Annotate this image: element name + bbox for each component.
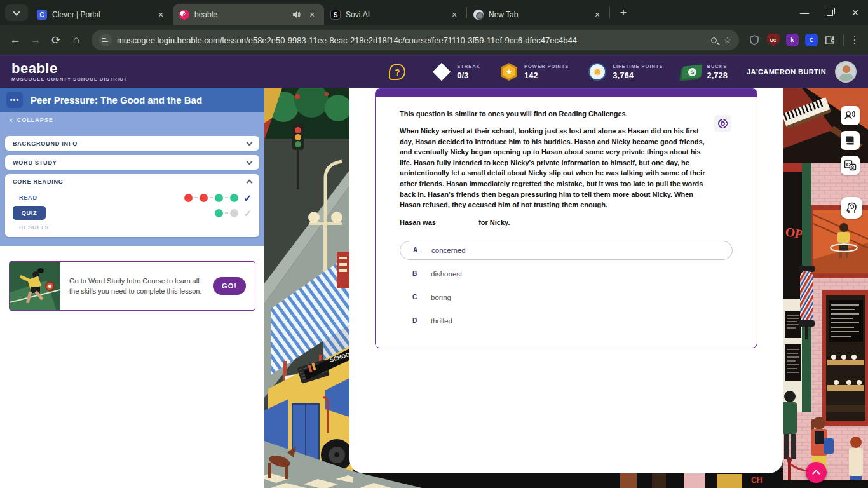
tab-close-icon[interactable]: × [449,9,460,20]
section-label: BACKGROUND INFO [13,140,78,147]
lesson-title-bar: ••• Peer Pressure: The Good and the Bad [0,88,264,112]
stat-value: 3,764 [613,71,663,80]
quiz-button[interactable]: QUIZ [13,206,46,220]
section-label: WORD STUDY [13,159,57,166]
avatar[interactable] [835,61,857,83]
tab-close-icon[interactable]: × [155,9,166,20]
accessibility-toolbar: G 文 [841,106,862,219]
progress-check: ✓ [243,208,252,218]
tab-audio-icon[interactable] [292,10,301,19]
lesson-sidebar: ••• Peer Pressure: The Good and the Bad … [0,88,264,488]
tab-sovi-ai[interactable]: S Sovi.AI × [324,4,466,25]
cash-icon: $ [681,64,702,79]
head-refresh-icon [844,201,858,215]
collapse-bar[interactable]: × COLLAPSE [0,112,264,128]
chevron-up-icon [247,179,253,186]
read-progress-dots [184,194,238,202]
option-d[interactable]: D thrilled [400,311,733,330]
option-text: dishonest [431,270,462,278]
toolbar-separator [843,34,844,46]
chevron-up-icon [812,470,820,478]
tab-close-icon[interactable]: × [592,9,603,20]
section-word-study: WORD STUDY [5,155,259,170]
user-name: JA'CAMERON BURTIN [747,68,826,76]
tab-search-button[interactable] [5,4,28,21]
section-header[interactable]: WORD STUDY [5,155,259,170]
tab-close-icon[interactable]: × [306,9,318,20]
window-minimize-button[interactable]: — [792,0,817,25]
extensions-row: UO k C [748,34,837,46]
answer-options: A concerned B dishonest C boring D thril… [400,241,733,330]
section-header[interactable]: BACKGROUND INFO [5,136,259,151]
bucks-stat: $ BUCKS 2,728 [682,62,728,81]
option-b[interactable]: B dishonest [400,264,733,283]
read-row: READ ✓ [13,190,252,205]
ublock-extension-icon[interactable]: UO [767,34,780,46]
option-a[interactable]: A concerned [400,241,733,260]
go-button[interactable]: GO! [213,277,246,295]
beable-header: beable MUSCOGEE COUNTY SCHOOL DISTRICT ?… [0,56,868,88]
site-info-icon[interactable] [99,34,112,46]
clever-favicon: C [37,10,47,20]
question-help-button[interactable] [714,115,731,132]
lesson-content-panel: This question is similar to ones you wil… [349,88,783,473]
forward-button[interactable]: → [25,30,46,50]
section-background-info: BACKGROUND INFO [5,136,259,151]
book-icon [844,135,856,146]
section-header[interactable]: CORE READING [5,174,259,189]
chevron-down-icon [247,139,253,146]
translate-button[interactable]: G 文 [841,156,860,175]
help-icon[interactable]: ? [389,64,405,80]
url-text: muscogee.login.beable.com/lesson/e58e2e5… [117,36,706,45]
simplify-text-button[interactable] [841,197,862,219]
stat-label: POWER POINTS [524,64,569,69]
tab-title: New Tab [489,10,587,19]
read-aloud-button[interactable] [841,106,860,125]
browser-menu-button[interactable]: ⋮ [846,34,863,46]
browser-toolbar: ← → ⟳ ⌂ muscogee.login.beable.com/lesson… [0,25,868,55]
option-text: thrilled [431,317,452,325]
svg-text:CH: CH [751,476,762,485]
home-button[interactable]: ⌂ [66,30,86,50]
read-link[interactable]: READ [13,194,37,201]
stat-label: STREAK [457,64,480,69]
tab-title: Clever | Portal [52,10,150,19]
quiz-progress-dots [215,209,238,217]
dictionary-button[interactable] [841,131,860,150]
tab-title: Sovi.AI [346,10,444,19]
quiz-card-header-bar [376,89,757,97]
extensions-puzzle-icon[interactable] [824,34,837,46]
section-core-reading: CORE READING READ ✓ QUIZ [5,174,259,237]
option-text: concerned [431,247,466,254]
new-tab-button[interactable]: + [615,4,632,21]
question-intro: This question is similar to ones you wil… [400,110,733,118]
lesson-menu-button[interactable]: ••• [6,92,23,108]
back-button[interactable]: ← [5,30,25,50]
beable-favicon: e [179,10,189,20]
quiz-row: QUIZ ✓ [13,205,252,220]
promo-text: Go to Word Study Intro Course to learn a… [60,276,213,297]
window-close-button[interactable]: × [843,0,868,25]
window-restore-button[interactable] [817,0,843,25]
collapse-x-icon: × [9,117,13,124]
stat-label: LIFETIME POINTS [613,64,663,69]
question-stem: Hasan was __________ for Nicky. [400,219,733,226]
kami-extension-icon[interactable]: k [786,34,799,46]
option-letter: B [412,270,419,277]
tab-new-tab[interactable]: New Tab × [467,4,609,25]
tab-beable[interactable]: e beable × [173,4,324,25]
chrome-favicon [473,10,484,20]
tab-clever-portal[interactable]: C Clever | Portal × [31,4,173,25]
stat-label: BUCKS [707,64,728,69]
option-c[interactable]: C boring [400,288,733,307]
bookmark-star-icon[interactable]: ☆ [723,35,731,45]
reload-button[interactable]: ⟳ [46,30,66,50]
question-passage: When Nicky arrived at their school, look… [400,126,712,210]
address-bar[interactable]: muscogee.login.beable.com/lesson/e58e2e5… [92,30,739,50]
scroll-to-top-button[interactable] [806,462,827,483]
clever-extension-icon[interactable]: C [805,34,818,46]
beable-lesson-page: C Clever | Portal × e beable × S Sovi.AI… [0,0,868,488]
privacy-shield-extension-icon[interactable] [748,34,761,46]
zoom-icon[interactable] [711,37,717,43]
results-link: RESULTS [13,224,252,231]
